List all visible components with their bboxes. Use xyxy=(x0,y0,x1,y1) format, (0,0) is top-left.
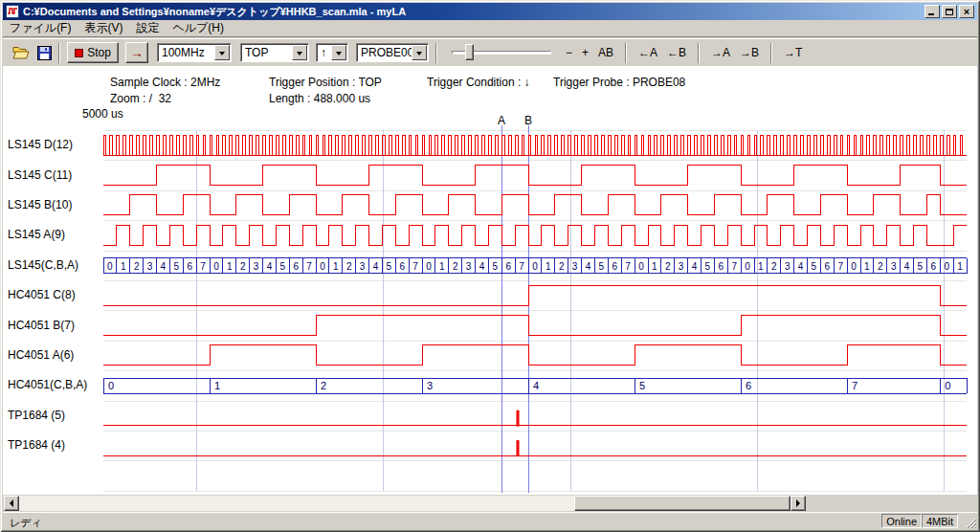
bus-value: 4 xyxy=(533,380,539,391)
bus-value: 2 xyxy=(665,261,671,272)
waveform-plot[interactable]: 0123456701234567012345670123456701234567… xyxy=(0,0,980,532)
bus-value: 0 xyxy=(426,261,432,272)
bus-value: 3 xyxy=(427,380,433,391)
bus-value: 4 xyxy=(161,261,167,272)
bus-value: 5 xyxy=(493,261,499,272)
scroll-left-button[interactable] xyxy=(4,496,19,511)
bus-value: 2 xyxy=(453,261,458,272)
bus-value: 0 xyxy=(944,261,949,272)
bus-value: 6 xyxy=(719,261,724,272)
channel-trace-4: 0123456701234567012345670123456701234567… xyxy=(103,258,967,274)
bus-value: 6 xyxy=(187,261,192,272)
status-ready: レディ xyxy=(10,516,42,530)
bus-value: 6 xyxy=(293,261,299,272)
bus-value: 1 xyxy=(121,261,126,272)
bus-value: 1 xyxy=(758,261,764,272)
bus-value: 4 xyxy=(373,261,379,272)
bus-value: 3 xyxy=(147,261,153,272)
channel-trace-0 xyxy=(103,135,967,155)
bus-value: 0 xyxy=(108,380,114,391)
bus-value: 6 xyxy=(931,261,937,272)
horizontal-scrollbar[interactable] xyxy=(4,496,806,511)
bus-value: 6 xyxy=(399,261,405,272)
bus-value: 5 xyxy=(599,261,605,272)
bus-value: 7 xyxy=(731,261,737,272)
scroll-track[interactable] xyxy=(19,496,791,511)
bus-value: 3 xyxy=(572,261,578,272)
bus-value: 4 xyxy=(798,261,804,272)
bus-value: 1 xyxy=(227,261,233,272)
bus-value: 3 xyxy=(254,261,259,272)
resize-grip[interactable] xyxy=(965,517,976,528)
bus-value: 4 xyxy=(904,261,910,272)
bus-value: 4 xyxy=(267,261,273,272)
bus-value: 5 xyxy=(639,380,645,391)
status-online: Online xyxy=(881,514,922,528)
bus-value: 4 xyxy=(692,261,698,272)
bus-value: 1 xyxy=(652,261,657,272)
bus-value: 3 xyxy=(360,261,366,272)
bus-value: 7 xyxy=(837,261,843,272)
bus-value: 7 xyxy=(200,261,206,272)
channel-trace-5 xyxy=(103,285,967,305)
bus-value: 2 xyxy=(878,261,883,272)
bus-value: 2 xyxy=(134,261,140,272)
bus-value: 0 xyxy=(213,261,219,272)
bus-value: 5 xyxy=(174,261,180,272)
bus-value: 1 xyxy=(439,261,445,272)
bus-value: 6 xyxy=(746,380,751,391)
bus-value: 0 xyxy=(851,261,857,272)
bus-value: 7 xyxy=(852,380,858,391)
bus-value: 7 xyxy=(306,261,312,272)
bus-value: 6 xyxy=(505,261,511,272)
status-memory: 4MBit xyxy=(922,514,958,528)
bottom-strip xyxy=(3,495,977,512)
bus-value: 5 xyxy=(918,261,924,272)
bus-value: 1 xyxy=(546,261,551,272)
bus-value: 2 xyxy=(771,261,777,272)
bus-value: 3 xyxy=(679,261,684,272)
bus-value: 5 xyxy=(387,261,392,272)
bus-value: 6 xyxy=(825,261,831,272)
channel-trace-1 xyxy=(103,166,967,186)
bus-value: 0 xyxy=(532,261,538,272)
channel-trace-3 xyxy=(103,225,967,245)
right-arrow-icon xyxy=(796,499,804,507)
bus-value: 5 xyxy=(812,261,817,272)
channel-trace-6 xyxy=(103,316,967,336)
pulse-mark xyxy=(517,410,520,427)
bus-value: 5 xyxy=(280,261,286,272)
bus-value: 0 xyxy=(945,380,950,391)
bus-value: 1 xyxy=(333,261,339,272)
channel-trace-2 xyxy=(103,195,967,215)
bus-value: 6 xyxy=(612,261,618,272)
bus-value: 2 xyxy=(321,380,326,391)
statusbar: レディ Online 4MBit xyxy=(3,512,977,529)
pulse-mark xyxy=(517,440,520,456)
channel-trace-10 xyxy=(103,440,967,456)
bus-value: 0 xyxy=(320,261,325,272)
scroll-right-button[interactable] xyxy=(791,496,806,511)
channel-trace-8: 012345670 xyxy=(103,378,967,393)
bus-value: 2 xyxy=(346,261,352,272)
bus-value: 1 xyxy=(214,380,220,391)
bus-value: 0 xyxy=(107,261,113,272)
scroll-thumb[interactable] xyxy=(574,496,791,511)
bus-value: 5 xyxy=(705,261,711,272)
bus-value: 7 xyxy=(519,261,524,272)
bus-value: 2 xyxy=(559,261,565,272)
bus-value: 7 xyxy=(412,261,418,272)
bus-value: 7 xyxy=(625,261,631,272)
app-window: C:¥Documents and Settings¥noname¥デスクトップ¥… xyxy=(0,0,980,532)
bus-value: 1 xyxy=(957,261,963,272)
channel-trace-9 xyxy=(103,410,967,427)
bus-value: 4 xyxy=(479,261,485,272)
bus-value: 2 xyxy=(240,261,246,272)
bus-value: 3 xyxy=(785,261,791,272)
bus-value: 1 xyxy=(864,261,870,272)
bus-value: 3 xyxy=(466,261,472,272)
bus-value: 0 xyxy=(745,261,750,272)
bus-value: 3 xyxy=(891,261,897,272)
bus-value: 4 xyxy=(586,261,591,272)
left-arrow-icon xyxy=(6,499,13,507)
